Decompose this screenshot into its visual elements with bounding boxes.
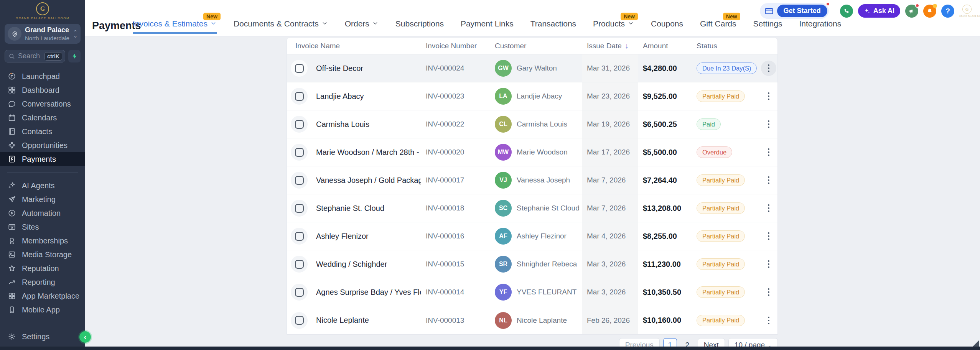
- row-menu-button[interactable]: [761, 89, 776, 104]
- main-content: Invoice Name Invoice Number Customer Iss…: [85, 36, 980, 350]
- bell-icon: [926, 8, 933, 15]
- search-shortcut-badge: ctrlK: [44, 52, 62, 61]
- sidebar-item-marketing[interactable]: Marketing: [0, 192, 85, 206]
- phone-button[interactable]: [840, 5, 853, 18]
- sidebar-item-dashboard[interactable]: Dashboard: [0, 83, 85, 97]
- ask-ai-button[interactable]: Ask AI: [858, 4, 900, 18]
- header-actions: Get Started Ask AI ? G GRAND PALACE BALL…: [760, 3, 975, 19]
- customer-name: Shnighder Rebeca: [517, 260, 577, 268]
- row-menu-button[interactable]: [761, 61, 776, 76]
- row-menu-button[interactable]: [761, 200, 776, 216]
- row-menu-button[interactable]: [761, 228, 776, 244]
- sidebar-item-automation[interactable]: Automation: [0, 206, 85, 220]
- column-amount[interactable]: Amount: [638, 42, 692, 50]
- sidebar-item-mobile-app[interactable]: Mobile App: [0, 303, 85, 317]
- quick-actions-button[interactable]: [68, 50, 81, 62]
- get-started-wrap[interactable]: Get Started: [760, 3, 829, 19]
- row-menu-button[interactable]: [761, 256, 776, 272]
- row-checkbox[interactable]: [295, 92, 304, 101]
- table-row[interactable]: Ashley Flenizor INV-000016 AF Ashley Fle…: [287, 222, 777, 250]
- column-customer[interactable]: Customer: [490, 42, 582, 50]
- sidebar-item-ai-agents[interactable]: AI Agents: [0, 179, 85, 192]
- table-row[interactable]: Vanessa Joseph / Gold Package INV-000017…: [287, 166, 777, 194]
- row-checkbox[interactable]: [295, 316, 304, 325]
- table-row[interactable]: Wedding / Schighder INV-000015 SR Shnigh…: [287, 250, 777, 278]
- table-row[interactable]: Nicole Leplante INV-000013 NL Nicole Lap…: [287, 306, 777, 334]
- tab-gift-cards[interactable]: Gift Cards New: [700, 19, 736, 34]
- workspace-selector[interactable]: Grand Palace Ballro... North Lauderdale,…: [5, 24, 81, 44]
- sidebar-item-payments[interactable]: Payments: [0, 152, 85, 166]
- row-checkbox[interactable]: [295, 204, 304, 213]
- sidebar-item-memberships[interactable]: Memberships: [0, 234, 85, 248]
- sidebar-item-reporting[interactable]: Reporting: [0, 275, 85, 289]
- sidebar-item-calendars[interactable]: Calendars: [0, 111, 85, 125]
- row-checkbox[interactable]: [295, 288, 304, 297]
- notifications-button[interactable]: [923, 5, 936, 18]
- tab-products[interactable]: Products New: [593, 19, 634, 34]
- sidebar-item-app-marketplace[interactable]: App Marketplace: [0, 289, 85, 303]
- tab-label: Subscriptions: [395, 19, 444, 28]
- row-checkbox[interactable]: [295, 232, 304, 241]
- invoice-name: Marie Woodson / March 28th - O...: [311, 138, 421, 166]
- customer-avatar: AF: [495, 228, 512, 245]
- row-checkbox[interactable]: [295, 176, 304, 185]
- tab-documents-contracts[interactable]: Documents & Contracts: [234, 19, 328, 34]
- sidebar-item-media-storage[interactable]: Media Storage: [0, 248, 85, 261]
- phone-icon: [843, 8, 850, 15]
- column-issue-date[interactable]: Issue Date↓: [582, 41, 638, 50]
- table-row[interactable]: Stephanie St. Cloud INV-000018 SC Stepha…: [287, 194, 777, 222]
- tab-orders[interactable]: Orders: [345, 19, 379, 34]
- sidebar-item-sites[interactable]: Sites: [0, 220, 85, 234]
- tab-invoices-estimates[interactable]: Invoices & Estimates New: [133, 19, 217, 34]
- sidebar-item-launchpad[interactable]: Launchpad: [0, 69, 85, 83]
- sidebar-item-label: Reputation: [22, 264, 59, 273]
- row-menu-button[interactable]: [761, 117, 776, 132]
- automation-icon: [8, 209, 16, 217]
- sparkles-icon: [864, 8, 871, 15]
- tab-coupons[interactable]: Coupons: [651, 19, 683, 34]
- sidebar-collapse-button[interactable]: ‹: [79, 331, 91, 343]
- column-status[interactable]: Status: [692, 42, 759, 50]
- row-checkbox[interactable]: [295, 148, 304, 157]
- table-row[interactable]: Carmisha Louis INV-000022 CL Carmisha Lo…: [287, 110, 777, 138]
- row-menu-button[interactable]: [761, 313, 776, 328]
- tab-settings[interactable]: Settings: [753, 19, 782, 34]
- get-started-button[interactable]: Get Started: [777, 5, 827, 17]
- table-row[interactable]: Agnes Surprise Bday / Yves Fleur... INV-…: [287, 278, 777, 306]
- help-label: ?: [945, 7, 950, 15]
- sidebar-item-opportunities[interactable]: Opportunities: [0, 138, 85, 152]
- row-checkbox[interactable]: [295, 120, 304, 129]
- sidebar-item-settings[interactable]: Settings: [0, 330, 85, 343]
- column-invoice-number[interactable]: Invoice Number: [421, 42, 490, 50]
- megaphone-icon: [908, 8, 915, 15]
- row-checkbox[interactable]: [295, 64, 304, 73]
- row-menu-button[interactable]: [761, 173, 776, 188]
- sidebar-item-contacts[interactable]: Contacts: [0, 125, 85, 138]
- announcements-button[interactable]: [905, 5, 918, 18]
- table-row[interactable]: Off-site Decor INV-000024 GW Gary Walton…: [287, 54, 777, 82]
- column-invoice-name[interactable]: Invoice Name: [287, 42, 421, 50]
- search-input[interactable]: Search ctrlK: [5, 50, 65, 62]
- ask-ai-label: Ask AI: [873, 7, 894, 15]
- table-row[interactable]: Marie Woodson / March 28th - O... INV-00…: [287, 138, 777, 166]
- table-row[interactable]: Landjie Abacy INV-000023 LA Landjie Abac…: [287, 82, 777, 110]
- tab-subscriptions[interactable]: Subscriptions: [395, 19, 444, 34]
- invoice-name: Wedding / Schighder: [311, 250, 421, 278]
- sidebar-item-conversations[interactable]: Conversations: [0, 97, 85, 111]
- sidebar-item-label: Launchpad: [22, 72, 60, 81]
- sidebar-item-label: Payments: [22, 155, 56, 164]
- row-menu-button[interactable]: [761, 145, 776, 160]
- help-button[interactable]: ?: [941, 5, 954, 18]
- invoice-amount: $7,264.40: [638, 166, 692, 194]
- sidebar-item-label: Media Storage: [22, 250, 72, 259]
- tab-integrations[interactable]: Integrations: [799, 19, 841, 34]
- tab-payment-links[interactable]: Payment Links: [461, 19, 514, 34]
- tab-transactions[interactable]: Transactions: [530, 19, 576, 34]
- sidebar-item-label: Calendars: [22, 113, 57, 122]
- workspace-name: Grand Palace Ballro...: [25, 26, 70, 34]
- row-checkbox[interactable]: [295, 260, 304, 269]
- sort-descending-icon[interactable]: ↓: [625, 41, 629, 50]
- bottom-bar[interactable]: [0, 347, 980, 350]
- row-menu-button[interactable]: [761, 284, 776, 300]
- sidebar-item-reputation[interactable]: Reputation: [0, 261, 85, 275]
